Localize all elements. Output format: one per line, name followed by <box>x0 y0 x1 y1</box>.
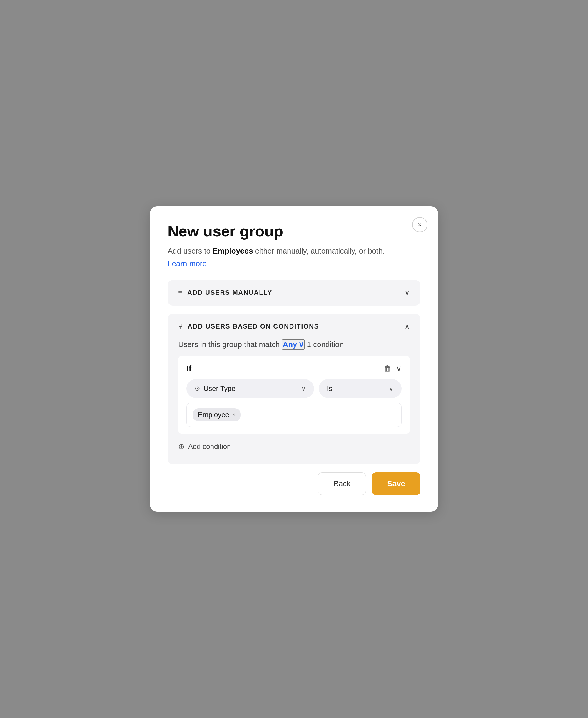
condition-header: If 🗑 ∨ <box>186 364 402 373</box>
condition-expand-button[interactable]: ∨ <box>396 364 402 373</box>
back-button[interactable]: Back <box>318 472 366 495</box>
subtitle-bold: Employees <box>213 246 253 255</box>
save-button[interactable]: Save <box>372 472 420 495</box>
modal-overlay: × New user group Add users to Employees … <box>0 0 588 718</box>
match-description: Users in this group that match Any ∨ 1 c… <box>178 340 410 350</box>
chevron-down-icon: ∨ <box>404 289 410 297</box>
add-users-manually-title: ADD USERS MANUALLY <box>187 289 272 296</box>
match-any-chevron-icon: ∨ <box>298 340 304 349</box>
field-chevron-down-icon: ∨ <box>301 385 306 392</box>
close-icon: × <box>418 221 422 229</box>
condition-block: If 🗑 ∨ ⊙ User Typ <box>178 356 410 434</box>
add-users-manually-section: ≡ ADD USERS MANUALLY ∨ <box>168 280 420 306</box>
conditions-section-header[interactable]: ⑂ ADD USERS BASED ON CONDITIONS ∧ <box>178 322 410 331</box>
subtitle-text: Add users to <box>168 246 213 255</box>
value-row[interactable]: Employee × <box>186 403 402 427</box>
field-label: User Type <box>204 385 235 393</box>
add-users-manually-header[interactable]: ≡ ADD USERS MANUALLY ∨ <box>178 288 410 298</box>
employee-tag-remove-button[interactable]: × <box>232 411 236 418</box>
section-header-left: ≡ ADD USERS MANUALLY <box>178 288 272 298</box>
add-condition-icon: ⊕ <box>178 442 185 451</box>
condition-actions: 🗑 ∨ <box>384 364 402 373</box>
trash-icon: 🗑 <box>384 364 391 373</box>
operator-label: Is <box>327 385 333 393</box>
operator-dropdown[interactable]: Is ∨ <box>319 379 402 398</box>
conditions-section: ⑂ ADD USERS BASED ON CONDITIONS ∧ Users … <box>168 314 420 464</box>
chevron-down-icon: ∨ <box>396 364 402 373</box>
modal-dialog: × New user group Add users to Employees … <box>150 206 438 511</box>
match-prefix: Users in this group that match <box>178 340 279 349</box>
operator-chevron-down-icon: ∨ <box>389 385 393 392</box>
add-condition-button[interactable]: ⊕ Add condition <box>178 440 231 454</box>
conditions-icon: ⑂ <box>178 322 183 331</box>
condition-if-label: If <box>186 364 191 373</box>
list-icon: ≡ <box>178 288 183 298</box>
match-suffix: 1 condition <box>307 340 344 349</box>
field-dropdown[interactable]: ⊙ User Type ∨ <box>186 379 314 398</box>
match-any-button[interactable]: Any ∨ <box>282 340 304 350</box>
employee-tag-label: Employee <box>198 411 229 419</box>
conditions-section-title: ADD USERS BASED ON CONDITIONS <box>188 323 319 330</box>
employee-tag: Employee × <box>193 408 241 421</box>
add-condition-label: Add condition <box>188 443 231 451</box>
user-type-icon: ⊙ <box>195 385 200 392</box>
modal-title: New user group <box>168 223 420 240</box>
field-dropdown-inner: ⊙ User Type <box>195 385 235 393</box>
subtitle-rest: either manually, automatically, or both. <box>253 246 385 255</box>
condition-field-row: ⊙ User Type ∨ Is ∨ <box>186 379 402 398</box>
conditions-header-left: ⑂ ADD USERS BASED ON CONDITIONS <box>178 322 319 331</box>
condition-delete-button[interactable]: 🗑 <box>384 364 391 373</box>
modal-subtitle: Add users to Employees either manually, … <box>168 245 420 257</box>
footer-buttons: Back Save <box>168 472 420 495</box>
chevron-up-icon: ∧ <box>404 322 410 331</box>
learn-more-link[interactable]: Learn more <box>168 259 207 268</box>
close-button[interactable]: × <box>412 217 427 232</box>
match-any-label: Any <box>282 340 297 349</box>
